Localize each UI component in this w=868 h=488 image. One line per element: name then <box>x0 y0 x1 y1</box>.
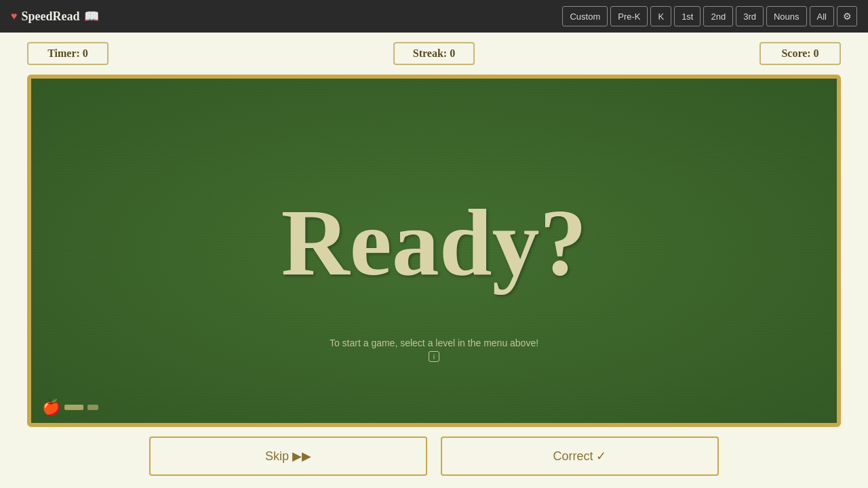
book-icon: 📖 <box>84 9 99 24</box>
level-btn-3rd[interactable]: 3rd <box>736 6 764 26</box>
timer-display: Timer: 0 <box>27 42 108 65</box>
streak-display: Streak: 0 <box>393 42 475 65</box>
level-buttons: Custom Pre-K K 1st 2nd 3rd Nouns All ⚙ <box>562 6 857 26</box>
app-title: ♥ SpeedRead 📖 <box>11 9 99 24</box>
info-icon: i <box>429 351 439 362</box>
chalk-tray: 🍎 <box>42 399 98 416</box>
chalk-piece-1 <box>64 405 83 410</box>
stats-row: Timer: 0 Streak: 0 Score: 0 <box>0 33 868 75</box>
level-btn-2nd[interactable]: 2nd <box>703 6 733 26</box>
chalkboard-inner: Ready? To start a game, select a level i… <box>31 79 837 423</box>
level-btn-1st[interactable]: 1st <box>674 6 701 26</box>
correct-button[interactable]: Correct ✓ <box>441 436 719 476</box>
app-name: SpeedRead <box>22 9 80 24</box>
skip-button[interactable]: Skip ▶▶ <box>149 436 427 476</box>
chalkboard: Ready? To start a game, select a level i… <box>27 75 841 427</box>
heart-icon: ♥ <box>11 10 18 22</box>
level-btn-nouns[interactable]: Nouns <box>766 6 807 26</box>
gear-icon: ⚙ <box>843 11 852 22</box>
apple-icon: 🍎 <box>42 399 60 416</box>
level-btn-k[interactable]: K <box>650 6 671 26</box>
level-btn-all[interactable]: All <box>810 6 834 26</box>
score-display: Score: 0 <box>760 42 841 65</box>
hint-text: To start a game, select a level in the m… <box>330 338 538 348</box>
settings-button[interactable]: ⚙ <box>837 6 857 26</box>
level-btn-prek[interactable]: Pre-K <box>610 6 648 26</box>
top-bar: ♥ SpeedRead 📖 Custom Pre-K K 1st 2nd 3rd… <box>0 0 868 33</box>
chalk-piece-2 <box>87 405 98 410</box>
start-hint: To start a game, select a level in the m… <box>330 338 538 362</box>
main-word-display: Ready? <box>281 188 587 297</box>
action-row: Skip ▶▶ Correct ✓ <box>0 427 868 485</box>
level-btn-custom[interactable]: Custom <box>562 6 608 26</box>
